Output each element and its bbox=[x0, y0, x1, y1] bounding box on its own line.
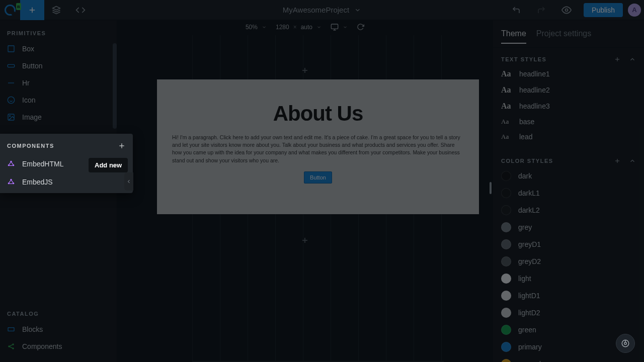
color-label: light bbox=[518, 275, 531, 283]
add-component-button[interactable] bbox=[118, 142, 126, 150]
catalog-blocks[interactable]: Blocks bbox=[0, 321, 117, 338]
primitive-label: Button bbox=[22, 62, 42, 70]
chevron-down-icon bbox=[316, 25, 321, 30]
text-style-base[interactable]: Aabase bbox=[493, 114, 644, 129]
component-label: EmbedJS bbox=[22, 178, 53, 186]
svg-rect-4 bbox=[8, 46, 14, 52]
color-label: darkL1 bbox=[518, 189, 540, 197]
height-value: auto bbox=[301, 24, 312, 31]
page-button[interactable]: Button bbox=[304, 171, 332, 184]
canvas-toolbar: 50% 1280 × auto bbox=[117, 21, 493, 33]
color-swatch bbox=[501, 256, 511, 266]
text-style-lead[interactable]: Aalead bbox=[493, 129, 644, 144]
primitive-image[interactable]: Image bbox=[0, 109, 117, 126]
button-icon bbox=[7, 62, 15, 70]
text-style-headline3[interactable]: Aaheadline3 bbox=[493, 98, 644, 114]
left-scrollbar[interactable] bbox=[113, 43, 117, 139]
color-swatch bbox=[501, 188, 511, 198]
catalog-label: Blocks bbox=[22, 325, 43, 333]
text-style-headline1[interactable]: Aaheadline1 bbox=[493, 66, 644, 82]
layers-button[interactable] bbox=[44, 0, 68, 20]
color-style-darkL1[interactable]: darkL1 bbox=[493, 185, 644, 202]
user-avatar[interactable]: A bbox=[628, 4, 641, 17]
text-style-headline2[interactable]: Aaheadline2 bbox=[493, 82, 644, 98]
color-style-darkL2[interactable]: darkL2 bbox=[493, 202, 644, 219]
publish-button[interactable]: Publish bbox=[584, 3, 623, 17]
color-style-grey[interactable]: grey bbox=[493, 219, 644, 236]
component-icon bbox=[7, 160, 15, 168]
color-swatch bbox=[501, 239, 511, 249]
width-value: 1280 bbox=[276, 24, 289, 31]
collapse-color-styles[interactable] bbox=[629, 157, 636, 164]
help-button[interactable] bbox=[616, 334, 635, 353]
collapse-text-styles[interactable] bbox=[629, 56, 636, 63]
svg-rect-12 bbox=[8, 328, 14, 331]
add-text-style[interactable] bbox=[614, 56, 621, 63]
components-icon bbox=[7, 342, 15, 350]
times-symbol: × bbox=[293, 24, 297, 31]
color-swatch bbox=[501, 342, 511, 352]
primitive-label: Image bbox=[22, 113, 42, 121]
box-icon bbox=[7, 45, 15, 53]
text-styles-head: TEXT STYLES bbox=[493, 48, 644, 66]
color-style-light[interactable]: light bbox=[493, 270, 644, 287]
chevron-down-icon bbox=[354, 7, 361, 14]
add-section-bottom[interactable] bbox=[300, 235, 310, 245]
add-element-button[interactable] bbox=[20, 0, 44, 20]
component-embedjs[interactable]: EmbedJS bbox=[0, 173, 133, 191]
tab-theme[interactable]: Theme bbox=[501, 29, 526, 43]
redo-button[interactable] bbox=[529, 0, 553, 20]
primitive-icon[interactable]: Icon bbox=[0, 92, 117, 109]
primitive-box[interactable]: Box bbox=[0, 40, 117, 57]
color-style-greyD2[interactable]: greyD2 bbox=[493, 253, 644, 270]
color-style-secondary[interactable]: secondary bbox=[493, 355, 644, 362]
refresh-button[interactable] bbox=[357, 23, 364, 31]
text-styles-title: TEXT STYLES bbox=[501, 56, 546, 62]
color-label: green bbox=[518, 326, 536, 334]
svg-point-11 bbox=[10, 116, 11, 117]
zoom-control[interactable]: 50% bbox=[246, 24, 267, 31]
primitives-list: Box Button Hr Icon Image bbox=[0, 40, 117, 126]
tab-project-settings[interactable]: Project settings bbox=[536, 29, 591, 43]
selection-handle[interactable] bbox=[490, 182, 492, 194]
color-styles-title: COLOR STYLES bbox=[501, 158, 553, 164]
collapse-popover-button[interactable] bbox=[124, 172, 133, 191]
top-bar: B MyAwesomeProject Publish A bbox=[0, 0, 644, 20]
page-heading[interactable]: About Us bbox=[172, 102, 464, 126]
right-panel: Theme Project settings TEXT STYLES Aahea… bbox=[493, 20, 644, 362]
primitive-hr[interactable]: Hr bbox=[0, 74, 117, 92]
color-swatch bbox=[501, 274, 511, 284]
svg-point-7 bbox=[8, 97, 14, 103]
preview-button[interactable] bbox=[554, 0, 579, 20]
component-icon bbox=[7, 178, 15, 186]
components-title: COMPONENTS bbox=[7, 143, 54, 149]
add-color-style[interactable] bbox=[614, 157, 621, 164]
color-label: darkL2 bbox=[518, 206, 540, 214]
color-style-greyD1[interactable]: greyD1 bbox=[493, 236, 644, 253]
color-swatch bbox=[501, 222, 511, 232]
page-section[interactable]: About Us Hi! I'm a paragraph. Click here… bbox=[157, 79, 479, 214]
primitive-button[interactable]: Button bbox=[0, 57, 117, 74]
color-style-dark[interactable]: dark bbox=[493, 167, 644, 185]
add-section-top[interactable] bbox=[300, 65, 310, 75]
code-button[interactable] bbox=[68, 0, 93, 20]
page-paragraph[interactable]: Hi! I'm a paragraph. Click here to add y… bbox=[172, 134, 464, 164]
catalog-components[interactable]: Components bbox=[0, 338, 117, 355]
color-style-lightD2[interactable]: lightD2 bbox=[493, 304, 644, 321]
color-label: greyD1 bbox=[518, 240, 541, 248]
color-style-lightD1[interactable]: lightD1 bbox=[493, 287, 644, 304]
color-swatch bbox=[501, 325, 511, 335]
undo-button[interactable] bbox=[504, 0, 528, 20]
monitor-icon bbox=[331, 23, 339, 31]
device-control[interactable] bbox=[331, 23, 348, 31]
dimensions-control[interactable]: 1280 × auto bbox=[276, 24, 321, 31]
canvas-inner[interactable]: About Us Hi! I'm a paragraph. Click here… bbox=[117, 35, 493, 362]
app-logo[interactable]: B bbox=[0, 0, 20, 20]
svg-marker-2 bbox=[53, 6, 60, 10]
primitives-title: PRIMITIVES bbox=[0, 20, 117, 40]
project-name[interactable]: MyAwesomeProject bbox=[283, 6, 361, 14]
help-icon bbox=[621, 339, 630, 348]
svg-rect-16 bbox=[331, 24, 338, 29]
zoom-value: 50% bbox=[246, 24, 258, 31]
color-swatch bbox=[501, 171, 511, 181]
